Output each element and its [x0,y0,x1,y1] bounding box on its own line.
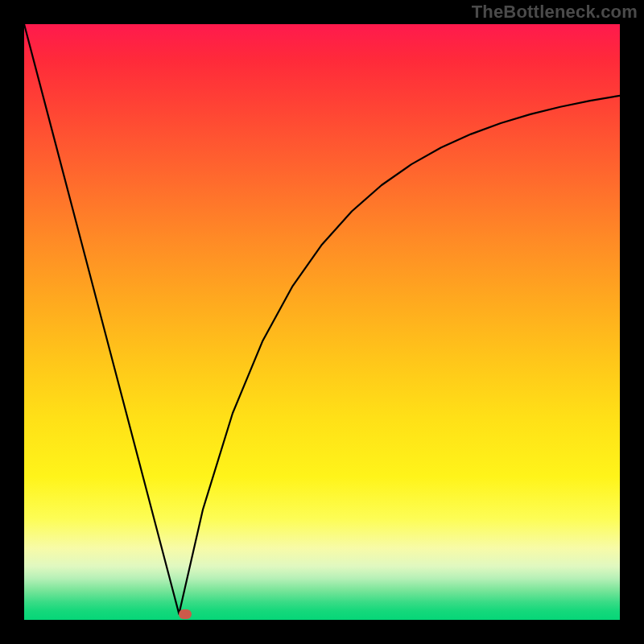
chart-frame: TheBottleneck.com [0,0,644,644]
curve-layer [24,24,620,620]
min-marker [179,609,192,619]
watermark-text: TheBottleneck.com [472,2,638,23]
plot-area [24,24,620,620]
curve-path [24,24,620,614]
